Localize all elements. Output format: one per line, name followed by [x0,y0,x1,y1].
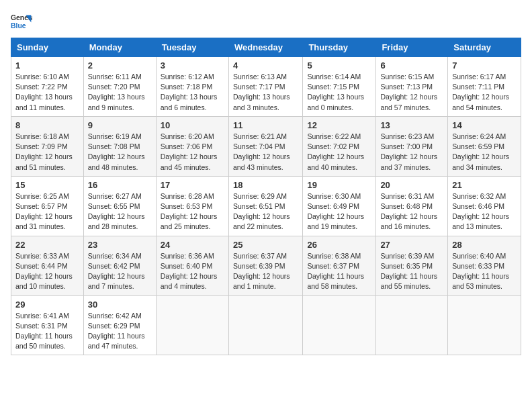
calendar-cell: 17Sunrise: 6:28 AM Sunset: 6:53 PM Dayli… [156,176,228,236]
day-number: 27 [380,240,443,250]
calendar-cell [376,295,448,355]
calendar-cell: 28Sunrise: 6:40 AM Sunset: 6:33 PM Dayli… [448,236,521,295]
day-number: 11 [233,120,298,130]
calendar-week-row: 29Sunrise: 6:41 AM Sunset: 6:31 PM Dayli… [11,295,521,355]
calendar-cell: 12Sunrise: 6:22 AM Sunset: 7:02 PM Dayli… [303,116,376,176]
page-header: General Blue [11,11,521,32]
day-number: 9 [88,120,152,130]
calendar-cell [303,295,376,355]
calendar-cell: 3Sunrise: 6:12 AM Sunset: 7:18 PM Daylig… [156,57,228,117]
calendar-cell [156,295,228,355]
day-info: Sunrise: 6:28 AM Sunset: 6:53 PM Dayligh… [161,191,224,232]
day-number: 22 [15,240,79,250]
day-number: 19 [307,180,371,190]
calendar-cell: 16Sunrise: 6:27 AM Sunset: 6:55 PM Dayli… [83,176,156,236]
day-number: 18 [233,180,298,190]
day-number: 5 [307,60,371,71]
calendar-cell: 8Sunrise: 6:18 AM Sunset: 7:09 PM Daylig… [11,116,84,176]
day-number: 10 [161,120,224,130]
day-number: 1 [15,60,79,71]
calendar-cell: 30Sunrise: 6:42 AM Sunset: 6:29 PM Dayli… [83,295,156,355]
day-number: 16 [88,180,152,190]
day-number: 6 [380,60,443,71]
day-info: Sunrise: 6:15 AM Sunset: 7:13 PM Dayligh… [380,72,443,113]
day-number: 7 [452,60,517,71]
day-info: Sunrise: 6:37 AM Sunset: 6:39 PM Dayligh… [233,251,298,292]
day-info: Sunrise: 6:22 AM Sunset: 7:02 PM Dayligh… [307,132,371,173]
calendar-cell: 18Sunrise: 6:29 AM Sunset: 6:51 PM Dayli… [228,176,302,236]
day-number: 4 [233,60,298,71]
day-info: Sunrise: 6:30 AM Sunset: 6:49 PM Dayligh… [307,191,371,232]
calendar-cell: 7Sunrise: 6:17 AM Sunset: 7:11 PM Daylig… [448,57,521,117]
day-number: 21 [452,180,517,190]
calendar-cell: 25Sunrise: 6:37 AM Sunset: 6:39 PM Dayli… [228,236,302,295]
day-number: 26 [307,240,371,250]
day-number: 23 [88,240,152,250]
day-info: Sunrise: 6:17 AM Sunset: 7:11 PM Dayligh… [452,72,517,113]
calendar-cell: 6Sunrise: 6:15 AM Sunset: 7:13 PM Daylig… [376,57,448,117]
calendar-week-row: 1Sunrise: 6:10 AM Sunset: 7:22 PM Daylig… [11,57,521,117]
calendar-week-row: 22Sunrise: 6:33 AM Sunset: 6:44 PM Dayli… [11,236,521,295]
day-info: Sunrise: 6:29 AM Sunset: 6:51 PM Dayligh… [233,191,298,232]
svg-text:Blue: Blue [11,22,26,30]
logo-icon: General Blue [11,11,32,32]
calendar-cell [228,295,302,355]
day-info: Sunrise: 6:34 AM Sunset: 6:42 PM Dayligh… [88,251,152,292]
day-number: 29 [15,300,79,310]
calendar-cell: 29Sunrise: 6:41 AM Sunset: 6:31 PM Dayli… [11,295,84,355]
day-number: 28 [452,240,517,250]
logo: General Blue [11,11,32,32]
weekday-header: Thursday [303,38,376,57]
calendar-cell [448,295,521,355]
day-info: Sunrise: 6:40 AM Sunset: 6:33 PM Dayligh… [452,251,517,292]
calendar-week-row: 8Sunrise: 6:18 AM Sunset: 7:09 PM Daylig… [11,116,521,176]
calendar-cell: 11Sunrise: 6:21 AM Sunset: 7:04 PM Dayli… [228,116,302,176]
day-info: Sunrise: 6:33 AM Sunset: 6:44 PM Dayligh… [15,251,79,292]
day-info: Sunrise: 6:42 AM Sunset: 6:29 PM Dayligh… [88,311,152,352]
day-info: Sunrise: 6:31 AM Sunset: 6:48 PM Dayligh… [380,191,443,232]
day-info: Sunrise: 6:23 AM Sunset: 7:00 PM Dayligh… [380,132,443,173]
day-info: Sunrise: 6:27 AM Sunset: 6:55 PM Dayligh… [88,191,152,232]
day-info: Sunrise: 6:18 AM Sunset: 7:09 PM Dayligh… [15,132,79,173]
calendar-cell: 26Sunrise: 6:38 AM Sunset: 6:37 PM Dayli… [303,236,376,295]
calendar-cell: 22Sunrise: 6:33 AM Sunset: 6:44 PM Dayli… [11,236,84,295]
calendar-cell: 19Sunrise: 6:30 AM Sunset: 6:49 PM Dayli… [303,176,376,236]
calendar-cell: 5Sunrise: 6:14 AM Sunset: 7:15 PM Daylig… [303,57,376,117]
day-info: Sunrise: 6:13 AM Sunset: 7:17 PM Dayligh… [233,72,298,113]
day-number: 20 [380,180,443,190]
day-number: 2 [88,60,152,71]
calendar-cell: 27Sunrise: 6:39 AM Sunset: 6:35 PM Dayli… [376,236,448,295]
day-info: Sunrise: 6:38 AM Sunset: 6:37 PM Dayligh… [307,251,371,292]
weekday-header: Tuesday [156,38,228,57]
day-info: Sunrise: 6:21 AM Sunset: 7:04 PM Dayligh… [233,132,298,173]
day-info: Sunrise: 6:11 AM Sunset: 7:20 PM Dayligh… [88,72,152,113]
calendar-cell: 24Sunrise: 6:36 AM Sunset: 6:40 PM Dayli… [156,236,228,295]
day-number: 15 [15,180,79,190]
calendar-cell: 1Sunrise: 6:10 AM Sunset: 7:22 PM Daylig… [11,57,84,117]
day-number: 24 [161,240,224,250]
day-number: 3 [161,60,224,71]
day-number: 8 [15,120,79,130]
calendar-cell: 15Sunrise: 6:25 AM Sunset: 6:57 PM Dayli… [11,176,84,236]
day-info: Sunrise: 6:36 AM Sunset: 6:40 PM Dayligh… [161,251,224,292]
day-info: Sunrise: 6:20 AM Sunset: 7:06 PM Dayligh… [161,132,224,173]
day-info: Sunrise: 6:10 AM Sunset: 7:22 PM Dayligh… [15,72,79,113]
calendar-cell: 20Sunrise: 6:31 AM Sunset: 6:48 PM Dayli… [376,176,448,236]
weekday-header: Wednesday [228,38,302,57]
day-info: Sunrise: 6:25 AM Sunset: 6:57 PM Dayligh… [15,191,79,232]
calendar-cell: 21Sunrise: 6:32 AM Sunset: 6:46 PM Dayli… [448,176,521,236]
weekday-header: Monday [83,38,156,57]
day-number: 14 [452,120,517,130]
calendar-cell: 4Sunrise: 6:13 AM Sunset: 7:17 PM Daylig… [228,57,302,117]
day-info: Sunrise: 6:12 AM Sunset: 7:18 PM Dayligh… [161,72,224,113]
calendar-cell: 23Sunrise: 6:34 AM Sunset: 6:42 PM Dayli… [83,236,156,295]
day-info: Sunrise: 6:32 AM Sunset: 6:46 PM Dayligh… [452,191,517,232]
calendar-week-row: 15Sunrise: 6:25 AM Sunset: 6:57 PM Dayli… [11,176,521,236]
day-info: Sunrise: 6:14 AM Sunset: 7:15 PM Dayligh… [307,72,371,113]
day-info: Sunrise: 6:39 AM Sunset: 6:35 PM Dayligh… [380,251,443,292]
day-info: Sunrise: 6:41 AM Sunset: 6:31 PM Dayligh… [15,311,79,352]
calendar-table: SundayMondayTuesdayWednesdayThursdayFrid… [11,38,521,355]
calendar-cell: 13Sunrise: 6:23 AM Sunset: 7:00 PM Dayli… [376,116,448,176]
day-number: 17 [161,180,224,190]
weekday-header: Sunday [11,38,84,57]
